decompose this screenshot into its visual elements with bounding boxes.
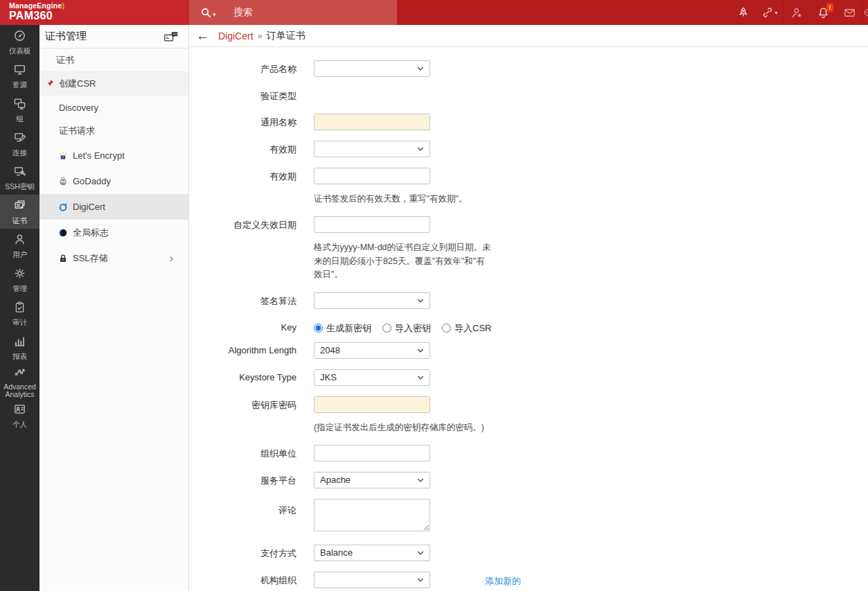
partial-edge-icon[interactable] (863, 7, 868, 18)
sidebar-title: 证书管理 (45, 30, 87, 43)
sidebar-item-audit[interactable]: 审计 (0, 297, 39, 330)
custom-expiry-date-helper: 格式为yyyy-MM-dd的证书自定义到期日期。未来的日期必须小于825天。覆盖… (314, 241, 491, 281)
product-name: PAM360 (9, 10, 189, 21)
menu-item-discovery[interactable]: Discovery (39, 96, 188, 119)
search-scope-caret-icon[interactable]: ▾ (213, 11, 216, 18)
menu-item-create-csr[interactable]: 创建CSR (39, 72, 188, 96)
pam360-logo[interactable]: ManageEngine) PAM360 (0, 0, 189, 25)
sidebar-item-personal[interactable]: 个人 (0, 398, 39, 432)
organization-label: 机构组织 (189, 572, 296, 588)
keystore-type-select[interactable]: JKS (314, 369, 430, 386)
panel-feedback-icon[interactable] (163, 30, 179, 43)
product-name-select[interactable] (314, 60, 430, 77)
comments-textarea[interactable] (314, 499, 430, 531)
organizational-unit-input[interactable] (314, 445, 430, 461)
notification-bell-icon[interactable]: ! (810, 0, 836, 25)
search-icon[interactable] (200, 7, 212, 19)
custom-expiry-date-label: 自定义失效日期 (189, 216, 296, 281)
clipboard-check-icon (13, 301, 26, 317)
key-radio-group: 生成新密钥 导入密钥 导入CSR (314, 319, 502, 335)
page-title: 订单证书 (267, 30, 305, 42)
sidebar-item-advanced-analytics[interactable]: Advanced Analytics (0, 364, 39, 398)
key-option-import-key[interactable]: 导入密钥 (382, 322, 431, 335)
validity-label: 有效期 (189, 141, 296, 157)
order-certificate-form: 产品名称 验证类型 通用名称 有效期 有效期 证书签发后的有 (189, 47, 868, 588)
sidebar-item-reports[interactable]: 报表 (0, 330, 39, 364)
server-platform-label: 服务平台 (189, 472, 296, 488)
form-row: 验证类型 (189, 87, 868, 103)
admin-user-star-icon[interactable] (783, 0, 810, 25)
algorithm-length-select[interactable]: 2048 (314, 342, 430, 359)
menu-item-certificate-requests[interactable]: 证书请求 (39, 119, 188, 143)
lets-encrypt-lock-icon (58, 151, 68, 161)
breadcrumb-separator: » (258, 30, 263, 41)
menu-item-lets-encrypt[interactable]: Let's Encrypt (39, 143, 188, 168)
grouped-monitors-icon (13, 97, 26, 113)
digicert-icon (58, 202, 68, 212)
chevron-right-icon[interactable]: › (170, 254, 173, 263)
menu-item-digicert[interactable]: DigiCert (39, 194, 188, 220)
menu-item-godaddy[interactable]: GoDaddy (39, 168, 188, 194)
sidebar-item-ssh-keys[interactable]: SSH密钥 (0, 161, 39, 195)
menu-item-certificates[interactable]: 证书 (39, 48, 188, 72)
payment-method-label: 支付方式 (189, 545, 296, 561)
form-row: 评论 (189, 499, 868, 534)
form-row: 支付方式 Balance (189, 545, 868, 561)
form-row: Keystore Type JKS (189, 369, 868, 386)
form-row: 自定义失效日期 格式为yyyy-MM-dd的证书自定义到期日期。未来的日期必须小… (189, 216, 868, 281)
top-right-actions: ▾ ! (397, 0, 868, 25)
custom-expiry-date-input[interactable] (314, 216, 430, 233)
global-search-bar[interactable]: ▾ 搜索 (189, 0, 397, 25)
signature-algorithm-select[interactable] (314, 292, 430, 309)
comments-label: 评论 (189, 499, 296, 534)
keystore-password-helper: (指定证书发出后生成的密钥存储库的密码。) (314, 421, 491, 434)
form-row: 服务平台 Apache (189, 472, 868, 488)
menu-item-ssl-store[interactable]: SSL存储 › (39, 245, 188, 271)
form-row: 通用名称 (189, 114, 868, 130)
keystore-password-input[interactable] (314, 396, 430, 413)
breadcrumb-parent[interactable]: DigiCert (218, 30, 254, 42)
user-icon (13, 233, 26, 249)
top-bar: ManageEngine) PAM360 ▾ 搜索 ▾ ! (0, 0, 868, 25)
keystore-password-label: 密钥库密码 (189, 396, 296, 434)
product-name-label: 产品名称 (189, 60, 296, 77)
mail-icon[interactable] (836, 0, 862, 25)
organization-select[interactable] (314, 572, 430, 588)
import-key-radio[interactable] (382, 324, 391, 333)
generate-new-key-radio[interactable] (314, 324, 323, 333)
sidebar-item-resources[interactable]: 资源 (0, 59, 39, 93)
sidebar-item-groups[interactable]: 组 (0, 93, 39, 127)
import-csr-radio[interactable] (442, 324, 451, 333)
search-placeholder[interactable]: 搜索 (234, 6, 253, 19)
keystore-type-label: Keystore Type (189, 369, 296, 386)
form-row: 组织单位 (189, 445, 868, 461)
sidebar-item-admin[interactable]: 管理 (0, 263, 39, 297)
bar-chart-icon (13, 335, 26, 351)
validity-select[interactable] (314, 141, 430, 157)
add-new-organization-link[interactable]: 添加新的 (485, 575, 521, 588)
common-name-input[interactable] (314, 114, 430, 130)
validity-days-input[interactable] (314, 168, 430, 184)
resource-link-icon[interactable]: ▾ (756, 0, 783, 25)
form-row: 产品名称 (189, 60, 868, 77)
quick-start-rocket-icon[interactable] (730, 0, 756, 25)
monitor-icon (13, 63, 26, 79)
form-row: 密钥库密码 (指定证书发出后生成的密钥存储库的密码。) (189, 396, 868, 434)
notification-badge: ! (826, 3, 833, 12)
sidebar-item-certificates[interactable]: 证书 (0, 195, 39, 229)
key-option-import-csr[interactable]: 导入CSR (442, 322, 491, 335)
back-arrow-icon[interactable]: ← (196, 29, 209, 42)
global-flag-icon (58, 228, 68, 238)
payment-method-select[interactable]: Balance (314, 545, 430, 561)
form-row: 有效期 (189, 141, 868, 157)
sidebar-item-users[interactable]: 用户 (0, 229, 39, 263)
menu-item-global-flag[interactable]: 全局标志 (39, 220, 188, 245)
key-option-generate[interactable]: 生成新密钥 (314, 322, 371, 335)
link-caret-icon: ▾ (774, 10, 777, 16)
logo-swoosh-icon: ) (62, 1, 65, 10)
sidebar-item-connections[interactable]: 连接 (0, 127, 39, 161)
monitor-pencil-icon (13, 131, 26, 147)
brand-name: ManageEngine) (9, 2, 189, 10)
sidebar-item-dashboard[interactable]: 仪表板 (0, 25, 39, 59)
server-platform-select[interactable]: Apache (314, 472, 430, 488)
